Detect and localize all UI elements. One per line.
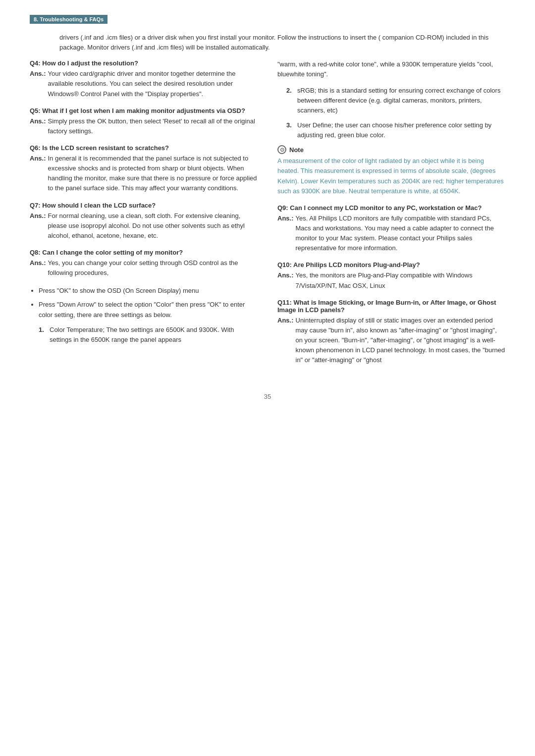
page-container: 8. Troubleshooting & FAQs drivers (.inf … bbox=[0, 0, 535, 756]
q8-block: Q8: Can I change the color setting of my… bbox=[30, 249, 258, 278]
q5-block: Q5: What if I get lost when I am making … bbox=[30, 107, 258, 136]
numbered-item-1: 1. Color Temperature; The two settings a… bbox=[39, 325, 258, 345]
bullet-item-2: Press "Down Arrow" to select the option … bbox=[39, 300, 258, 320]
q4-answer: Ans.: Your video card/graphic driver and… bbox=[30, 69, 258, 99]
numbered-list-left: 1. Color Temperature; The two settings a… bbox=[39, 325, 258, 345]
q9-question: Q9: Can I connect my LCD monitor to any … bbox=[277, 204, 505, 212]
right-column: "warm, with a red-white color tone", whi… bbox=[277, 59, 505, 373]
note-text: A measurement of the color of light radi… bbox=[277, 156, 505, 196]
q6-answer: Ans.: In general it is recommended that … bbox=[30, 154, 258, 194]
q5-question: Q5: What if I get lost when I am making … bbox=[30, 107, 258, 114]
q10-answer: Ans.: Yes, the monitors are Plug-and-Pla… bbox=[277, 270, 505, 290]
q10-question: Q10: Are Philips LCD monitors Plug-and-P… bbox=[277, 261, 505, 269]
q9-block: Q9: Can I connect my LCD monitor to any … bbox=[277, 204, 505, 254]
q8-answer: Ans.: Yes, you can change your color set… bbox=[30, 258, 258, 278]
q7-block: Q7: How should I clean the LCD surface? … bbox=[30, 202, 258, 241]
q10-block: Q10: Are Philips LCD monitors Plug-and-P… bbox=[277, 261, 505, 290]
intro-text: drivers (.inf and .icm files) or a drive… bbox=[59, 33, 505, 53]
q4-block: Q4: How do I adjust the resolution? Ans.… bbox=[30, 59, 258, 99]
bullet-list: Press "OK" to show the OSD (On Screen Di… bbox=[39, 286, 258, 320]
note-box: ⊙ Note A measurement of the color of lig… bbox=[277, 145, 505, 196]
q7-answer: Ans.: For normal cleaning, use a clean, … bbox=[30, 211, 258, 241]
note-title: ⊙ Note bbox=[277, 145, 505, 154]
q11-question: Q11: What is Image Sticking, or Image Bu… bbox=[277, 299, 505, 314]
left-column: Q4: How do I adjust the resolution? Ans.… bbox=[30, 59, 258, 373]
q5-answer: Ans.: Simply press the OK button, then s… bbox=[30, 116, 258, 136]
page-number: 35 bbox=[30, 393, 505, 400]
q11-block: Q11: What is Image Sticking, or Image Bu… bbox=[277, 299, 505, 366]
numbered-list-right: 2. sRGB; this is a standard setting for … bbox=[286, 86, 505, 141]
q9-answer: Ans.: Yes. All Philips LCD monitors are … bbox=[277, 214, 505, 254]
numbered-item-2: 2. sRGB; this is a standard setting for … bbox=[286, 86, 505, 115]
q6-block: Q6: Is the LCD screen resistant to scrat… bbox=[30, 144, 258, 194]
two-column-layout: Q4: How do I adjust the resolution? Ans.… bbox=[30, 59, 505, 373]
q8-question: Q8: Can I change the color setting of my… bbox=[30, 249, 258, 256]
right-intro: "warm, with a red-white color tone", whi… bbox=[277, 59, 505, 79]
q11-answer: Ans.: Uninterrupted display of still or … bbox=[277, 316, 505, 366]
section-header: 8. Troubleshooting & FAQs bbox=[30, 15, 505, 33]
q7-question: Q7: How should I clean the LCD surface? bbox=[30, 202, 258, 209]
q4-question: Q4: How do I adjust the resolution? bbox=[30, 59, 258, 67]
bullet-item-1: Press "OK" to show the OSD (On Screen Di… bbox=[39, 286, 258, 296]
q6-question: Q6: Is the LCD screen resistant to scrat… bbox=[30, 144, 258, 152]
note-icon: ⊙ bbox=[277, 145, 286, 154]
numbered-item-3: 3. User Define; the user can choose his/… bbox=[286, 120, 505, 140]
